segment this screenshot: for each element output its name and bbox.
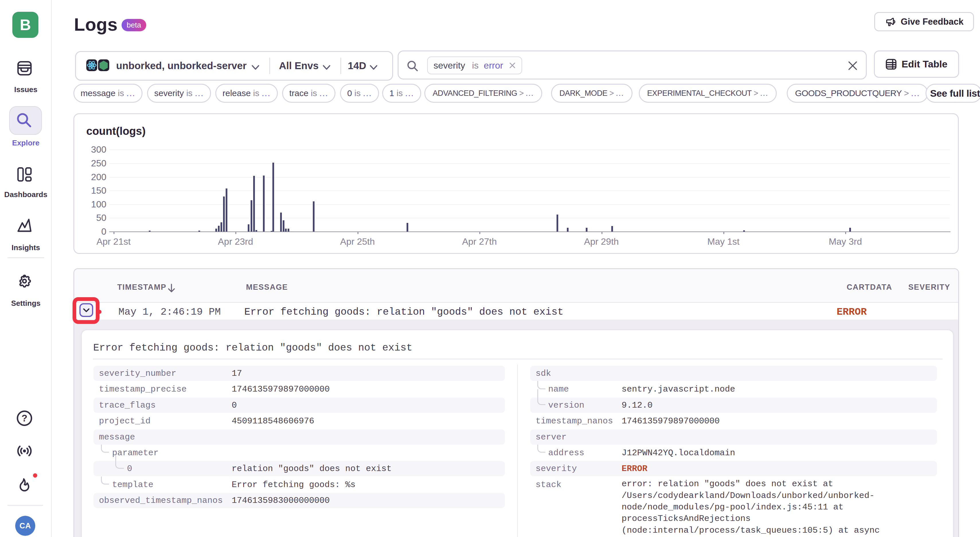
svg-text:?: ? xyxy=(22,413,27,424)
